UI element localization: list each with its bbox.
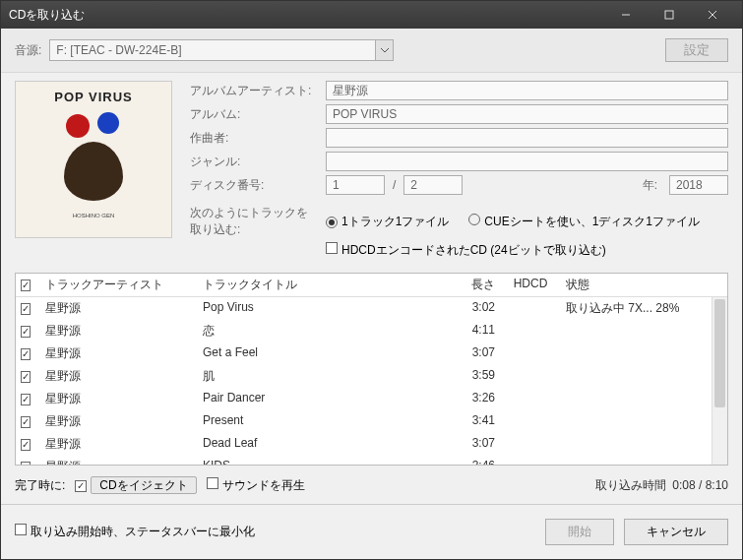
track-row[interactable]: 星野源Dead Leaf3:07 <box>16 433 727 456</box>
track-hdcd <box>501 365 560 388</box>
year-field[interactable]: 2018 <box>669 175 728 195</box>
column-status[interactable]: 状態 <box>560 274 727 296</box>
track-length: 3:07 <box>452 342 501 365</box>
track-length: 3:59 <box>452 365 501 388</box>
track-hdcd <box>501 388 560 410</box>
track-checkbox[interactable] <box>16 320 39 342</box>
track-title: Dead Leaf <box>197 433 452 456</box>
track-title: 恋 <box>197 320 452 342</box>
track-artist: 星野源 <box>39 388 197 410</box>
track-artist: 星野源 <box>39 433 197 456</box>
column-title[interactable]: トラックタイトル <box>197 274 452 296</box>
track-row[interactable]: 星野源Pop Virus3:02取り込み中 7X... 28% <box>16 297 727 320</box>
track-hdcd <box>501 320 560 342</box>
column-hdcd[interactable]: HDCD <box>501 274 560 296</box>
disc-total-field[interactable]: 2 <box>403 175 463 195</box>
source-label: 音源: <box>15 42 41 59</box>
radio-one-track-one-file[interactable]: 1トラック1ファイル <box>326 214 449 230</box>
track-artist: 星野源 <box>39 342 197 365</box>
maximize-button[interactable] <box>648 1 691 29</box>
hdcd-checkbox[interactable]: HDCDエンコードされたCD (24ビットで取り込む) <box>326 242 606 259</box>
scrollbar-thumb[interactable] <box>714 299 725 407</box>
track-length: 3:02 <box>452 297 501 320</box>
play-sound-checkbox[interactable]: サウンドを再生 <box>207 477 305 494</box>
eject-cd-checkbox[interactable]: CDをイジェクト <box>75 477 196 494</box>
track-checkbox[interactable] <box>16 342 39 365</box>
cancel-button[interactable]: キャンセル <box>624 519 728 545</box>
album-art-title: POP VIRUS <box>54 90 133 104</box>
start-button[interactable]: 開始 <box>545 519 614 545</box>
checkbox-icon <box>207 477 218 489</box>
select-all-checkbox[interactable] <box>16 274 39 296</box>
close-button[interactable] <box>691 1 734 29</box>
track-checkbox[interactable] <box>16 410 39 433</box>
track-row[interactable]: 星野源Get a Feel3:07 <box>16 342 727 365</box>
track-artist: 星野源 <box>39 410 197 433</box>
track-artist: 星野源 <box>39 320 197 342</box>
album-field[interactable]: POP VIRUS <box>326 104 728 124</box>
track-checkbox[interactable] <box>16 297 39 320</box>
disc-number-field[interactable]: 1 <box>326 175 385 195</box>
settings-button[interactable]: 設定 <box>665 38 728 62</box>
track-row[interactable]: 星野源肌3:59 <box>16 365 727 388</box>
album-artist-field[interactable]: 星野源 <box>326 81 728 100</box>
track-hdcd <box>501 410 560 433</box>
chevron-down-icon[interactable] <box>375 40 393 60</box>
checkbox-icon <box>75 480 87 492</box>
track-artist: 星野源 <box>39 297 197 320</box>
track-title: Pop Virus <box>197 297 452 320</box>
radio-cue-sheet[interactable]: CUEシートを使い、1ディスク1ファイル <box>468 214 700 230</box>
composer-field[interactable] <box>326 128 728 148</box>
track-title: Pair Dancer <box>197 388 452 410</box>
on-finish-label: 完了時に: <box>15 477 65 494</box>
track-row[interactable]: 星野源KIDS3:46 <box>16 456 727 465</box>
minimize-button[interactable] <box>604 1 648 29</box>
track-title: Get a Feel <box>197 342 452 365</box>
track-hdcd <box>501 456 560 465</box>
track-row[interactable]: 星野源Pair Dancer3:26 <box>16 388 727 410</box>
track-status <box>560 320 727 342</box>
column-length[interactable]: 長さ <box>452 274 501 296</box>
titlebar: CDを取り込む <box>1 1 742 29</box>
album-art-graphic <box>54 110 133 209</box>
window-title: CDを取り込む <box>9 7 604 24</box>
year-label: 年: <box>643 177 657 194</box>
track-artist: 星野源 <box>39 456 197 465</box>
track-checkbox[interactable] <box>16 388 39 410</box>
source-value: F: [TEAC - DW-224E-B] <box>56 43 181 57</box>
track-status: 取り込み中 7X... 28% <box>560 297 727 320</box>
track-status <box>560 365 727 388</box>
scrollbar-vertical[interactable] <box>712 297 727 465</box>
track-hdcd <box>501 342 560 365</box>
genre-field[interactable] <box>326 152 728 171</box>
composer-label: 作曲者: <box>190 130 318 147</box>
column-artist[interactable]: トラックアーティスト <box>39 274 197 296</box>
track-length: 4:11 <box>452 320 501 342</box>
minimize-on-start-checkbox[interactable]: 取り込み開始時、ステータスバーに最小化 <box>15 524 255 540</box>
import-as-label: 次のようにトラックを取り込む: <box>190 205 318 238</box>
track-list: トラックアーティスト トラックタイトル 長さ HDCD 状態 星野源Pop Vi… <box>15 273 728 466</box>
track-checkbox[interactable] <box>16 456 39 465</box>
checkbox-icon <box>326 242 338 254</box>
checkbox-icon <box>15 524 27 535</box>
album-art: POP VIRUS HOSHINO GEN <box>15 81 172 238</box>
album-art-artist: HOSHINO GEN <box>73 213 115 218</box>
import-time-label: 取り込み時間 <box>595 478 666 492</box>
track-header: トラックアーティスト トラックタイトル 長さ HDCD 状態 <box>16 274 727 297</box>
radio-icon <box>468 214 480 225</box>
track-hdcd <box>501 297 560 320</box>
svg-rect-1 <box>665 11 673 19</box>
track-row[interactable]: 星野源恋4:11 <box>16 320 727 342</box>
track-status <box>560 410 727 433</box>
source-select[interactable]: F: [TEAC - DW-224E-B] <box>49 39 394 61</box>
album-artist-label: アルバムアーティスト: <box>190 83 318 99</box>
track-title: 肌 <box>197 365 452 388</box>
track-title: KIDS <box>197 456 452 465</box>
track-checkbox[interactable] <box>16 365 39 388</box>
separator <box>1 504 742 505</box>
track-title: Present <box>197 410 452 433</box>
import-time-value: 0:08 / 8:10 <box>672 478 728 492</box>
track-length: 3:46 <box>452 456 501 465</box>
track-checkbox[interactable] <box>16 433 39 456</box>
track-row[interactable]: 星野源Present3:41 <box>16 410 727 433</box>
